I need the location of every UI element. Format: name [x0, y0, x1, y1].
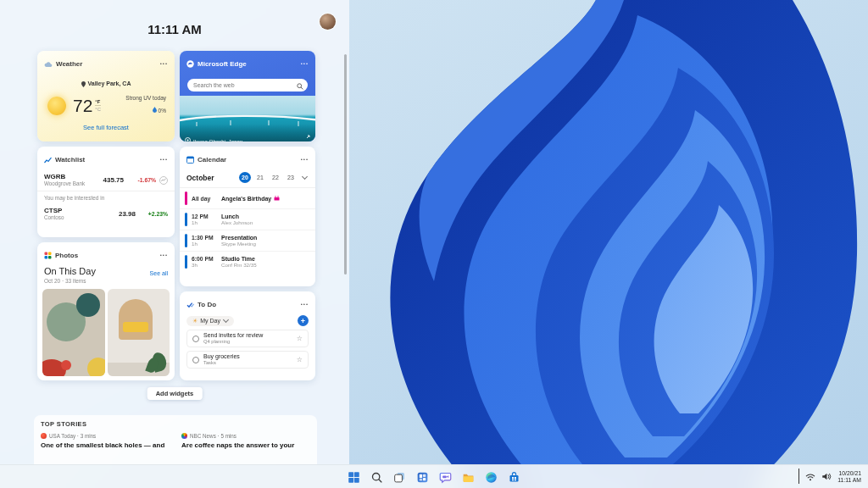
weather-widget[interactable]: Weather ••• Valley Park, CA 72 °F °C Str… — [37, 51, 175, 141]
stock-row[interactable]: WGRB Woodgrove Bank 435.75 -1.67% — [37, 169, 175, 191]
news-story[interactable]: USA Today · 3 mins One of the smallest b… — [41, 433, 170, 449]
edge-photo-thumbnail[interactable]: Ikema Ohashi, Japan — [180, 96, 315, 141]
usa-today-icon — [41, 433, 47, 439]
stock-change: -1.67% — [127, 177, 156, 183]
search-button[interactable] — [367, 468, 387, 487]
task-item[interactable]: Send invites for review Q4 planning ☆ — [186, 330, 309, 347]
on-this-day-heading: On This Day — [44, 266, 96, 276]
top-stories-header: TOP STORIES — [41, 420, 310, 428]
widgets-panel: 11:11 AM Weather ••• Valley Park, CA 72 — [0, 0, 349, 464]
story-headline[interactable]: One of the smallest black holes — and — [41, 441, 170, 449]
windows-logo-icon — [348, 471, 360, 484]
more-options-icon[interactable]: ••• — [301, 302, 309, 307]
sun-icon — [47, 97, 66, 115]
my-day-label: My Day — [200, 318, 220, 324]
date-cell-selected[interactable]: 20 — [239, 172, 251, 183]
see-all-link[interactable]: See all — [150, 270, 168, 276]
taskbar-date: 10/20/21 — [837, 470, 861, 478]
event-duration: 1h — [192, 241, 217, 247]
stock-change: +2.23% — [139, 211, 168, 217]
event-duration: 1h — [192, 219, 217, 225]
story-source: NBC News · 5 mins — [190, 433, 236, 439]
panel-scrollbar[interactable] — [344, 54, 347, 274]
calendar-widget[interactable]: Calendar ••• October 20 21 22 23 All day… — [180, 147, 315, 286]
event-time: 6:00 PM — [192, 256, 217, 262]
star-icon[interactable]: ☆ — [297, 335, 303, 342]
task-view-button[interactable] — [390, 468, 409, 487]
event-title: Angela's Birthday — [221, 196, 271, 202]
watchlist-widget[interactable]: Watchlist ••• WGRB Woodgrove Bank 435.75… — [37, 147, 175, 237]
expand-icon[interactable] — [304, 129, 310, 141]
task-checkbox[interactable] — [192, 357, 199, 363]
calendar-event[interactable]: 1:30 PM 1h Presentation Skype Meeting — [180, 230, 315, 251]
more-options-icon[interactable]: ••• — [301, 61, 309, 66]
add-task-button[interactable]: + — [298, 315, 309, 326]
web-search-input[interactable] — [187, 79, 308, 92]
todo-widget[interactable]: To Do ••• ☀ My Day + Send invites for re… — [180, 291, 315, 380]
date-cell[interactable]: 23 — [285, 172, 297, 183]
photos-subtext: Oct 20 · 33 items — [37, 276, 175, 284]
taskbar-clock[interactable]: 10/20/21 11:11 AM — [837, 470, 861, 485]
user-avatar[interactable] — [320, 14, 336, 30]
photo-thumbnail[interactable] — [42, 289, 105, 376]
calendar-icon — [186, 152, 194, 167]
microsoft-store-button[interactable] — [504, 468, 524, 487]
task-view-icon — [393, 471, 406, 484]
watchlist-suggestion-label: You may be interested in — [37, 191, 175, 202]
event-duration: 3h — [192, 262, 217, 268]
wifi-icon — [805, 473, 815, 481]
my-day-dropdown[interactable]: ☀ My Day — [186, 316, 234, 326]
search-icon — [370, 471, 383, 484]
microsoft-store-icon — [508, 471, 520, 484]
news-story[interactable]: NBC News · 5 mins Are coffee naps the an… — [181, 433, 310, 449]
edge-logo-icon — [186, 56, 194, 71]
widgets-button[interactable] — [413, 468, 432, 487]
add-widgets-button[interactable]: Add widgets — [147, 387, 203, 400]
taskbar: 10/20/21 11:11 AM — [0, 464, 868, 488]
file-explorer-button[interactable] — [459, 468, 478, 487]
see-full-forecast-link[interactable]: See full forecast — [37, 124, 175, 131]
more-options-icon[interactable]: ••• — [160, 61, 168, 66]
show-hidden-icons-button[interactable] — [798, 469, 799, 485]
photos-title: Photos — [55, 252, 157, 259]
event-title: Presentation — [221, 235, 257, 241]
network-tray-button[interactable] — [805, 469, 815, 485]
edge-browser-button[interactable] — [481, 468, 501, 487]
event-subtitle: Conf Rm 32/35 — [221, 262, 257, 268]
sun-icon: ☀ — [192, 318, 198, 324]
more-options-icon[interactable]: ••• — [160, 157, 168, 162]
calendar-event[interactable]: All day Angela's Birthday — [180, 188, 315, 208]
widgets-icon — [416, 471, 429, 484]
photo-caption-text: Ikema Ohashi, Japan — [193, 138, 242, 142]
unit-fahrenheit[interactable]: °F — [95, 99, 101, 105]
calendar-event[interactable]: 6:00 PM 3h Studio Time Conf Rm 32/35 — [180, 251, 315, 272]
top-stories-section: TOP STORIES USA Today · 3 mins One of th… — [34, 415, 317, 464]
calendar-event[interactable]: 12 PM 1h Lunch Alex Johnson — [180, 208, 315, 230]
unit-celsius[interactable]: °C — [95, 105, 101, 112]
weather-location[interactable]: Valley Park, CA — [37, 75, 175, 91]
volume-tray-button[interactable] — [821, 469, 832, 485]
story-headline[interactable]: Are coffee naps the answer to your — [181, 441, 310, 449]
edge-widget[interactable]: Microsoft Edge ••• Ikem — [180, 51, 315, 141]
stock-symbol: CTSP — [44, 207, 64, 214]
photo-thumbnail[interactable] — [108, 289, 170, 376]
more-options-icon[interactable]: ••• — [160, 252, 168, 258]
desktop: 11:11 AM Weather ••• Valley Park, CA 72 — [0, 0, 868, 488]
chat-button[interactable] — [436, 468, 455, 487]
photos-widget[interactable]: Photos ••• On This Day See all Oct 20 · … — [37, 242, 175, 380]
event-title: Lunch — [221, 214, 253, 219]
task-checkbox[interactable] — [192, 336, 199, 342]
date-cell[interactable]: 21 — [254, 172, 266, 183]
taskbar-time: 11:11 AM — [837, 477, 861, 485]
date-cell[interactable]: 22 — [270, 172, 281, 183]
more-options-icon[interactable]: ••• — [301, 157, 309, 162]
task-item[interactable]: Buy groceries Tasks ☆ — [186, 351, 309, 369]
chevron-down-icon[interactable] — [302, 174, 308, 180]
star-icon[interactable]: ☆ — [297, 356, 303, 363]
stock-chart-icon — [44, 152, 52, 167]
start-button[interactable] — [344, 468, 364, 487]
stock-name: Woodgrove Bank — [44, 180, 85, 187]
chat-icon — [439, 471, 452, 484]
calendar-month-label[interactable]: October — [186, 174, 214, 182]
stock-row[interactable]: CTSP Contoso 23.98 +2.23% — [37, 202, 175, 225]
